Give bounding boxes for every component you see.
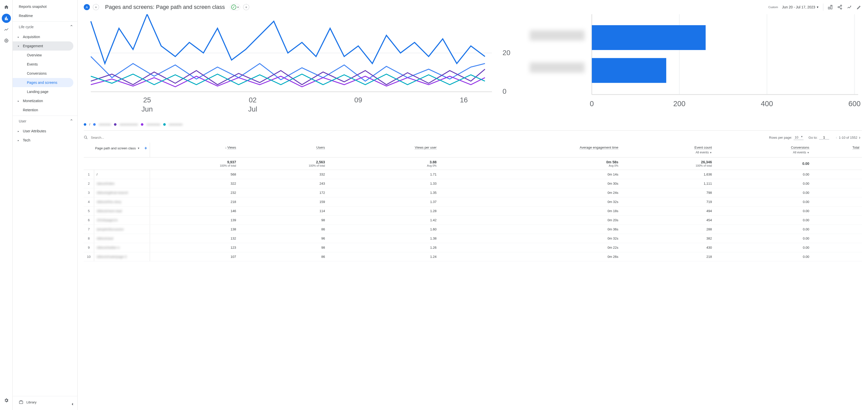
nav-engagement-events[interactable]: Events <box>13 60 78 69</box>
legend-label: / <box>89 123 90 126</box>
svg-text:600: 600 <box>848 99 861 108</box>
row-index: 6 <box>84 215 94 225</box>
chart-legend: / xxxxxxxx xxxxxxxxxxxx xxxxxxxxx xxxxxx… <box>84 121 520 126</box>
date-range-text: Jun 20 - Jul 17, 2023 <box>782 5 815 9</box>
caret-right-icon: ▸ <box>18 130 22 133</box>
date-range-picker[interactable]: Jun 20 - Jul 17, 2023 ▼ <box>782 5 819 9</box>
settings-icon[interactable] <box>2 396 11 405</box>
add-dimension-button[interactable]: + <box>145 146 147 151</box>
row-aet: 0m 32s <box>439 197 621 206</box>
segment-badge[interactable]: A <box>84 4 90 10</box>
nav-label: Tech <box>23 138 30 142</box>
row-views: 138 <box>150 225 239 234</box>
icon-rail <box>0 0 13 410</box>
sort-desc-icon: ↓ <box>225 146 227 149</box>
row-events: 1,636 <box>621 170 714 179</box>
collapse-sidebar-icon[interactable] <box>70 402 75 407</box>
table-row[interactable]: 8 /dblock/asd 132 96 1.38 0m 32s 382 0.0… <box>84 234 862 243</box>
col-users[interactable]: Users <box>239 143 328 157</box>
dimension-label: Page path and screen class <box>95 146 136 150</box>
row-users: 114 <box>239 206 328 215</box>
legend-dot <box>114 123 117 126</box>
nav-engagement-overview[interactable]: Overview <box>13 51 78 60</box>
insights-icon[interactable] <box>847 4 852 10</box>
svg-rect-23 <box>592 58 666 83</box>
nav-tech[interactable]: ▸ Tech <box>13 136 78 145</box>
row-conv: 0.00 <box>714 197 812 206</box>
nav-engagement-conversions[interactable]: Conversions <box>13 69 78 78</box>
table-row[interactable]: 9 /dblock/twitter-n 123 98 1.26 0m 22s 4… <box>84 243 862 252</box>
row-users: 172 <box>239 188 328 197</box>
dimension-header[interactable]: Page path and screen class ▼ + <box>84 143 150 157</box>
row-index: 5 <box>84 206 94 215</box>
row-events: 1,111 <box>621 179 714 188</box>
caret-down-icon: ▾ <box>18 45 22 48</box>
col-aet[interactable]: Average engagement time <box>439 143 621 157</box>
row-users: 332 <box>239 170 328 179</box>
table-row[interactable]: 5 /dblock/next-read 146 114 1.28 0m 18s … <box>84 206 862 215</box>
row-events: 382 <box>621 234 714 243</box>
nav-library[interactable]: Library <box>13 396 78 408</box>
row-aet: 0m 18s <box>439 206 621 215</box>
col-events[interactable]: Event countAll events ▼ <box>621 143 714 157</box>
row-index: 10 <box>84 252 94 261</box>
prev-page-button[interactable]: ‹ <box>834 135 839 140</box>
svg-point-1 <box>6 40 7 41</box>
chevron-down-icon: ▼ <box>710 151 712 154</box>
nav-realtime[interactable]: Realtime <box>13 11 78 20</box>
nav-acquisition[interactable]: ▸ Acquisition <box>13 32 78 41</box>
svg-text:25: 25 <box>143 96 151 104</box>
home-icon[interactable] <box>2 3 11 12</box>
library-label: Library <box>26 400 36 404</box>
reports-icon[interactable] <box>2 14 11 23</box>
search-input[interactable] <box>90 135 141 141</box>
add-comparison-button[interactable]: + <box>93 4 99 10</box>
explore-icon[interactable] <box>2 25 11 34</box>
table-row[interactable]: 3 /dblock/github-branch 232 172 1.35 0m … <box>84 188 862 197</box>
nav-engagement-pages[interactable]: Pages and screens <box>13 78 73 87</box>
edit-icon[interactable] <box>856 4 862 10</box>
nav-reports-snapshot[interactable]: Reports snapshot <box>13 2 78 11</box>
row-total <box>812 225 862 234</box>
status-pill[interactable]: ✓ ▾ <box>230 4 240 10</box>
table-row[interactable]: 10 /dblock/trade/page-3 107 86 1.24 0m 2… <box>84 252 862 261</box>
table-row[interactable]: 7 /people/discussion 138 86 1.60 0m 36s … <box>84 225 862 234</box>
advertising-icon[interactable] <box>2 36 11 45</box>
col-views[interactable]: ↓Views <box>150 143 239 157</box>
svg-text:16: 16 <box>460 96 468 104</box>
row-vpu: 1.38 <box>328 234 439 243</box>
library-icon <box>19 400 23 404</box>
table-row[interactable]: 6 /2016/page1/n 139 98 1.42 0m 20s 454 0… <box>84 215 862 225</box>
goto-input[interactable] <box>819 136 829 140</box>
row-index: 1 <box>84 170 94 179</box>
row-views: 146 <box>150 206 239 215</box>
nav-section-lifecycle[interactable]: Life cycle ⌃ <box>13 21 78 32</box>
chevron-down-icon: ▾ <box>237 6 239 9</box>
nav-engagement-landing[interactable]: Landing page <box>13 87 78 96</box>
next-page-button[interactable]: › <box>857 135 862 140</box>
row-events: 494 <box>621 206 714 215</box>
table-row[interactable]: 2 /about/index 322 243 1.33 0m 30s 1,111… <box>84 179 862 188</box>
nav-user-attributes[interactable]: ▸ User Attributes <box>13 126 78 136</box>
line-chart: 20 0 25 Jun 02 Jul 09 16 / xxxx <box>84 14 520 126</box>
customize-report-icon[interactable] <box>827 4 833 10</box>
svg-text:Jul: Jul <box>248 105 257 113</box>
table-row[interactable]: 4 /dblock/this-story 218 159 1.37 0m 32s… <box>84 197 862 206</box>
nav-section-user[interactable]: User ⌃ <box>13 116 78 126</box>
col-total[interactable]: Total <box>812 143 862 157</box>
nav-retention[interactable]: Retention <box>13 106 78 115</box>
row-path: /dblock/this-story <box>94 197 150 206</box>
table-row[interactable]: 1 / 568 332 1.71 0m 14s 1,636 0.00 <box>84 170 862 179</box>
share-icon[interactable] <box>837 4 843 10</box>
col-conversions[interactable]: ConversionsAll events ▼ <box>714 143 812 157</box>
row-events: 454 <box>621 215 714 225</box>
svg-text:0: 0 <box>590 99 594 108</box>
row-total <box>812 179 862 188</box>
nav-engagement[interactable]: ▾ Engagement <box>13 41 73 51</box>
add-filter-button[interactable]: + <box>243 4 249 10</box>
rows-per-page-select[interactable]: 10 ▼ <box>794 135 803 140</box>
col-vpu[interactable]: Views per user <box>328 143 439 157</box>
nav-monetization[interactable]: ▸ Monetization <box>13 96 78 106</box>
row-vpu: 1.26 <box>328 243 439 252</box>
caret-right-icon: ▸ <box>18 99 22 102</box>
